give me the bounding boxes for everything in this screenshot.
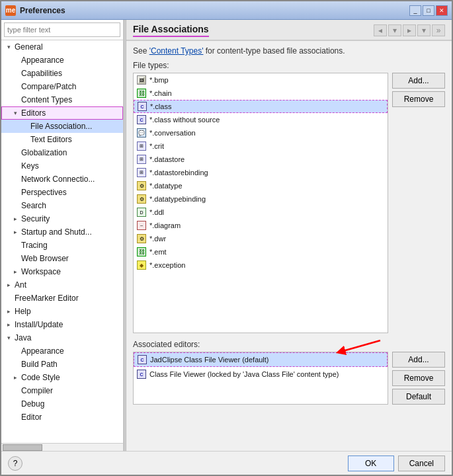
close-button[interactable]: ✕ xyxy=(436,5,448,16)
list-item-bmp[interactable]: 🖼 *.bmp xyxy=(134,73,388,87)
tree-item-capabilities[interactable]: Capabilities xyxy=(1,67,123,80)
file-types-area: 🖼 *.bmp ⛓ *.chain C *.class xyxy=(133,73,445,333)
tree-label-file-associations: File Association... xyxy=(29,122,92,131)
list-item-crit[interactable]: ⊞ *.crit xyxy=(134,139,388,153)
assoc-item-jadclipse[interactable]: C JadClipse Class File Viewer (default) xyxy=(134,352,388,367)
class-ns-label: *.class without source xyxy=(149,116,220,124)
file-types-list[interactable]: 🖼 *.bmp ⛓ *.chain C *.class xyxy=(133,73,388,333)
dwr-label: *.dwr xyxy=(149,235,166,243)
file-remove-button[interactable]: Remove xyxy=(392,91,445,107)
tree-item-java-appearance[interactable]: Appearance xyxy=(1,344,123,358)
tree-label-keys: Keys xyxy=(20,161,39,171)
tree-item-security[interactable]: Security xyxy=(1,212,123,225)
locked-label: Class File Viewer (locked by 'Java Class… xyxy=(149,370,339,378)
nav-forward-dropdown-button[interactable]: ▾ xyxy=(417,24,431,36)
tree-label-content-types: Content Types xyxy=(20,95,72,104)
minimize-button[interactable]: _ xyxy=(409,5,421,16)
list-item-datatypebinding[interactable]: ⚙ *.datatypebinding xyxy=(134,192,388,206)
assoc-item-locked[interactable]: C Class File Viewer (locked by 'Java Cla… xyxy=(134,367,388,381)
tree-item-code-style[interactable]: Code Style xyxy=(1,371,123,384)
tree-item-network[interactable]: Network Connectio... xyxy=(1,173,123,186)
tree-item-ant[interactable]: Ant xyxy=(1,278,123,292)
tree-item-content-types[interactable]: Content Types xyxy=(1,93,123,106)
cancel-button[interactable]: Cancel xyxy=(398,456,445,471)
list-item-datastorebinding[interactable]: ⊞ *.datastorebinding xyxy=(134,166,388,179)
conversation-icon: 💬 xyxy=(136,128,147,138)
bmp-icon: 🖼 xyxy=(136,75,147,85)
list-item-datatype[interactable]: ⚙ *.datatype xyxy=(134,179,388,192)
list-item-emt[interactable]: ⛓ *.emt xyxy=(134,245,388,258)
title-bar: me Preferences _ □ ✕ xyxy=(1,1,452,20)
ok-cancel-group: OK Cancel xyxy=(348,456,445,471)
tree-item-help[interactable]: Help xyxy=(1,305,123,318)
tree-label-general: General xyxy=(13,42,43,52)
tree-item-compare-patch[interactable]: Compare/Patch xyxy=(1,80,123,93)
tree-item-keys[interactable]: Keys xyxy=(1,159,123,173)
nav-buttons: ◂ ▾ ▸ ▾ » xyxy=(374,24,445,36)
tree-label-java-appearance: Appearance xyxy=(20,346,64,356)
emt-label: *.emt xyxy=(149,248,167,256)
content-types-link[interactable]: 'Content Types' xyxy=(149,46,204,56)
tree-item-editors[interactable]: Editors xyxy=(1,106,123,120)
tree-label-debug: Debug xyxy=(20,399,44,409)
list-item-chain[interactable]: ⛓ *.chain xyxy=(134,87,388,100)
tree-item-editor-java[interactable]: Editor xyxy=(1,411,123,424)
right-header: File Associations ◂ ▾ ▸ ▾ » xyxy=(126,20,452,41)
nav-more-button[interactable]: » xyxy=(432,24,445,36)
tree-item-build-path[interactable]: Build Path xyxy=(1,358,123,371)
conversation-label: *.conversation xyxy=(149,129,196,137)
tree-item-compiler[interactable]: Compiler xyxy=(1,384,123,397)
arrow-workspace xyxy=(11,267,20,276)
tree-item-appearance-top[interactable]: Appearance xyxy=(1,54,123,67)
tree-item-text-editors[interactable]: Text Editors xyxy=(1,133,123,146)
assoc-default-button[interactable]: Default xyxy=(392,389,445,405)
tree-item-perspectives[interactable]: Perspectives xyxy=(1,186,123,199)
diagram-label: *.diagram xyxy=(149,221,181,229)
tree-item-debug[interactable]: Debug xyxy=(1,397,123,411)
assoc-remove-button[interactable]: Remove xyxy=(392,370,445,386)
bmp-label: *.bmp xyxy=(149,76,169,84)
back-icon: ◂ xyxy=(378,26,382,35)
list-item-class-ns[interactable]: C *.class without source xyxy=(134,113,388,126)
emt-icon: ⛓ xyxy=(136,247,147,257)
assoc-add-button[interactable]: Add... xyxy=(392,352,445,368)
tree-item-freemarker[interactable]: FreeMarker Editor xyxy=(1,292,123,305)
maximize-button[interactable]: □ xyxy=(423,5,434,16)
list-item-conversation[interactable]: 💬 *.conversation xyxy=(134,126,388,139)
tree-item-web-browser[interactable]: Web Browser xyxy=(1,252,123,265)
tree-label-network: Network Connectio... xyxy=(20,175,95,184)
tree-item-file-associations[interactable]: File Association... xyxy=(1,120,123,133)
tree-label-capabilities: Capabilities xyxy=(20,69,62,78)
ok-button[interactable]: OK xyxy=(348,456,394,471)
tree-item-workspace[interactable]: Workspace xyxy=(1,265,123,278)
tree-item-search[interactable]: Search xyxy=(1,199,123,212)
class-ns-icon: C xyxy=(136,114,147,125)
help-button[interactable]: ? xyxy=(8,456,22,471)
list-item-datastore[interactable]: ⊞ *.datastore xyxy=(134,153,388,166)
list-item-class[interactable]: C *.class xyxy=(134,100,388,113)
list-item-dwr[interactable]: ⚙ *.dwr xyxy=(134,232,388,245)
tree-item-globalization[interactable]: Globalization xyxy=(1,146,123,159)
diagram-icon: ~ xyxy=(136,220,147,231)
tree-label-freemarker: FreeMarker Editor xyxy=(13,294,79,303)
list-item-exception[interactable]: ◆ *.exception xyxy=(134,258,388,272)
tree-item-install[interactable]: Install/Update xyxy=(1,318,123,331)
tree-label-compare-patch: Compare/Patch xyxy=(20,82,76,91)
list-item-diagram[interactable]: ~ *.diagram xyxy=(134,219,388,232)
assoc-section: Associated editors: xyxy=(133,340,445,446)
list-item-ddl[interactable]: D *.ddl xyxy=(134,206,388,219)
nav-back-button[interactable]: ◂ xyxy=(374,24,387,36)
jadclipse-label: JadClipse Class File Viewer (default) xyxy=(150,356,269,364)
datatype-label: *.datatype xyxy=(149,182,183,190)
tree-item-startup[interactable]: Startup and Shutd... xyxy=(1,225,123,239)
nav-forward-button[interactable]: ▸ xyxy=(403,24,416,36)
tree-item-java[interactable]: Java xyxy=(1,331,123,344)
tree-label-ant: Ant xyxy=(13,280,26,290)
tree-item-tracing[interactable]: Tracing xyxy=(1,239,123,252)
tree-item-general[interactable]: General xyxy=(1,40,123,54)
nav-dropdown-button[interactable]: ▾ xyxy=(388,24,401,36)
search-input[interactable] xyxy=(4,22,120,37)
file-add-button[interactable]: Add... xyxy=(392,73,445,89)
assoc-editors-list[interactable]: C JadClipse Class File Viewer (default) … xyxy=(133,352,388,405)
info-text: See 'Content Types' for content-type bas… xyxy=(133,46,445,56)
